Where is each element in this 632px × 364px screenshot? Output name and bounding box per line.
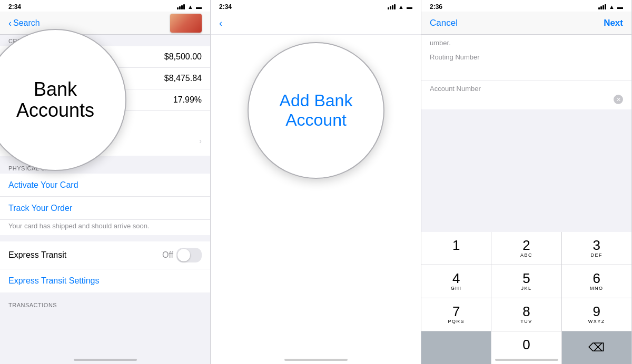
key-1-main: 1 bbox=[452, 238, 460, 252]
key-3-sub: DEF bbox=[591, 252, 603, 258]
credit-limit-row: Credit Limit $8,500.00 bbox=[0, 46, 210, 68]
account-section: Account Number ✕ bbox=[421, 80, 631, 109]
back-chevron-icon-1: ‹ bbox=[8, 18, 12, 28]
transactions-header: TRANSACTIONS bbox=[0, 299, 210, 310]
key-3[interactable]: 3 DEF bbox=[562, 232, 631, 265]
battery-icon-1: ▬ bbox=[196, 4, 202, 10]
nav-bar-1: ‹ Search bbox=[0, 12, 210, 35]
activate-card-row[interactable]: Activate Your Card bbox=[0, 174, 210, 197]
panel-1: 2:34 ▲ ▬ ‹ Search CREDIT DETAILS Credit … bbox=[0, 0, 211, 364]
express-transit-toggle[interactable] bbox=[176, 248, 202, 262]
signal-icon-3 bbox=[598, 4, 606, 9]
key-4[interactable]: 4 GHI bbox=[421, 265, 491, 298]
apr-value: 17.99% bbox=[173, 95, 202, 105]
key-2[interactable]: 2 ABC bbox=[491, 232, 561, 265]
card-image-1 bbox=[170, 14, 202, 33]
time-3: 2:36 bbox=[430, 3, 442, 11]
status-icons-2: ▲ ▬ bbox=[388, 4, 412, 10]
panel-3: 2:36 ▲ ▬ Cancel Next umber. Routing Numb… bbox=[421, 0, 632, 364]
key-5[interactable]: 5 JKL bbox=[491, 265, 561, 298]
routing-section: Routing Number bbox=[421, 49, 631, 80]
panel-2: 2:34 ▲ ▬ ‹ Add Bank Account bbox=[211, 0, 421, 364]
physical-card-note: Your card has shipped and should arrive … bbox=[0, 220, 210, 235]
status-bar-1: 2:34 ▲ ▬ bbox=[0, 0, 210, 12]
key-delete[interactable]: ⌫ bbox=[562, 331, 631, 364]
payments-value: $8,475.84 bbox=[164, 74, 202, 83]
account-form: umber. Routing Number Account Number ✕ bbox=[421, 35, 631, 109]
time-1: 2:34 bbox=[8, 3, 21, 11]
status-icons-1: ▲ ▬ bbox=[177, 4, 202, 10]
battery-icon-2: ▬ bbox=[407, 4, 412, 10]
account-input-row: ✕ bbox=[430, 95, 623, 104]
payments-row: ents you've $8,475.84 bbox=[0, 68, 210, 89]
reflect-note: eral days to reflect bbox=[0, 111, 210, 126]
back-button-1[interactable]: ‹ Search bbox=[8, 18, 40, 28]
key-empty bbox=[421, 331, 491, 364]
routing-label: Routing Number bbox=[430, 53, 623, 61]
credit-limit-value: $8,500.00 bbox=[164, 52, 202, 62]
key-7[interactable]: 7 PQRS bbox=[421, 298, 491, 331]
next-button[interactable]: Next bbox=[604, 18, 623, 28]
wifi-icon-1: ▲ bbox=[187, 4, 193, 10]
key-5-sub: JKL bbox=[521, 286, 531, 291]
key-8-sub: TUV bbox=[520, 319, 532, 325]
express-transit-value: Off bbox=[162, 250, 173, 260]
status-icons-3: ▲ ▬ bbox=[598, 4, 623, 10]
key-6[interactable]: 6 MNO bbox=[562, 265, 631, 298]
express-transit-settings-row[interactable]: Express Transit Settings bbox=[0, 269, 210, 292]
home-indicator-1 bbox=[74, 359, 137, 361]
status-bar-3: 2:36 ▲ ▬ bbox=[421, 0, 631, 12]
home-indicator-2 bbox=[284, 359, 348, 361]
wifi-icon-3: ▲ bbox=[609, 4, 615, 10]
account-label: Account Number bbox=[430, 85, 623, 93]
key-7-sub: PQRS bbox=[448, 319, 465, 325]
clear-icon[interactable]: ✕ bbox=[614, 95, 623, 104]
toggle-knob bbox=[177, 249, 190, 261]
key-delete-icon: ⌫ bbox=[588, 342, 605, 353]
express-transit-row[interactable]: Express Transit Off bbox=[0, 241, 210, 269]
key-8-main: 8 bbox=[522, 305, 530, 318]
numpad: 1 2 ABC 3 DEF 4 GHI 5 JKL 6 MNO 7 PQRS 8 bbox=[421, 232, 631, 364]
key-6-sub: MNO bbox=[590, 286, 604, 291]
signal-icon-1 bbox=[177, 4, 185, 9]
key-2-sub: ABC bbox=[520, 252, 532, 258]
cancel-button[interactable]: Cancel bbox=[430, 18, 458, 28]
track-order-row[interactable]: Track Your Order bbox=[0, 197, 210, 220]
bank-accounts-label: Bank Accounts bbox=[8, 133, 106, 149]
express-transit-value-container: Off bbox=[162, 248, 202, 262]
chevron-right-icon: › bbox=[199, 137, 202, 145]
routing-input[interactable] bbox=[430, 63, 623, 75]
back-button-2[interactable]: ‹ bbox=[219, 18, 222, 28]
key-0-main: 0 bbox=[522, 338, 530, 351]
track-order-label: Track Your Order bbox=[8, 204, 72, 213]
wifi-icon-2: ▲ bbox=[398, 4, 404, 10]
nav-bar-2: ‹ bbox=[211, 12, 421, 35]
status-bar-2: 2:34 ▲ ▬ bbox=[211, 0, 421, 12]
key-9[interactable]: 9 WXYZ bbox=[562, 298, 631, 331]
key-9-sub: WXYZ bbox=[588, 319, 605, 325]
key-4-main: 4 bbox=[452, 271, 460, 285]
panel2-body bbox=[211, 35, 421, 364]
back-chevron-icon-2: ‹ bbox=[219, 18, 222, 28]
key-2-main: 2 bbox=[522, 238, 530, 252]
credit-limit-label: Credit Limit bbox=[8, 52, 51, 62]
key-8[interactable]: 8 TUV bbox=[491, 298, 561, 331]
physical-card-header: PHYSICAL CARD bbox=[0, 162, 210, 174]
physical-card-section: Activate Your Card Track Your Order Your… bbox=[0, 174, 210, 235]
key-7-main: 7 bbox=[452, 305, 460, 318]
key-1[interactable]: 1 bbox=[421, 232, 491, 265]
credit-details-header: CREDIT DETAILS bbox=[0, 35, 210, 46]
signal-icon-2 bbox=[388, 4, 396, 9]
top-note: umber. bbox=[421, 35, 631, 49]
express-transit-label: Express Transit bbox=[8, 250, 66, 260]
key-4-sub: GHI bbox=[451, 286, 462, 291]
bank-accounts-row[interactable]: Bank Accounts › bbox=[0, 126, 210, 156]
express-transit-section: Express Transit Off Express Transit Sett… bbox=[0, 241, 210, 292]
home-indicator-3 bbox=[495, 359, 558, 361]
payments-label: ents you've bbox=[8, 74, 45, 83]
express-transit-settings-label: Express Transit Settings bbox=[8, 276, 100, 286]
bank-accounts-section: Bank Accounts › bbox=[0, 126, 210, 156]
battery-icon-3: ▬ bbox=[617, 4, 623, 10]
key-6-main: 6 bbox=[593, 271, 600, 285]
credit-details-section: Credit Limit $8,500.00 ents you've $8,47… bbox=[0, 46, 210, 126]
